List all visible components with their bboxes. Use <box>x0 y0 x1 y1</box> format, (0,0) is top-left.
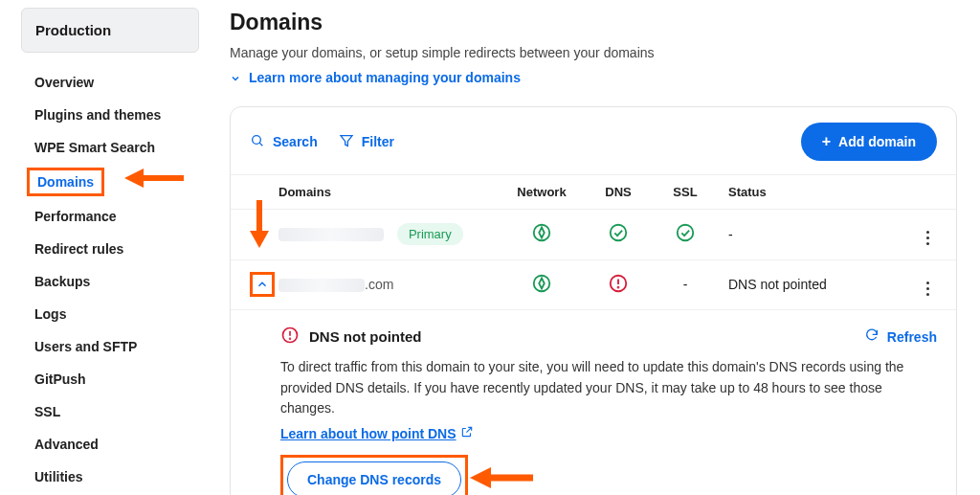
card-toolbar: Search Filter + Add domain <box>231 107 956 174</box>
sidebar-nav: Overview Plugins and themes WPE Smart Se… <box>21 62 203 495</box>
network-ok-icon <box>531 222 552 243</box>
sidebar-item-label: Utilities <box>34 469 83 484</box>
domain-name-redacted <box>278 279 365 292</box>
search-icon <box>250 133 265 151</box>
sidebar-item-label: Overview <box>34 75 94 90</box>
dns-ok-icon <box>608 222 629 243</box>
sidebar-item-label: Performance <box>34 209 117 224</box>
domains-card: Search Filter + Add domain Domains Netwo… <box>230 106 957 495</box>
sidebar-item-users-sftp[interactable]: Users and SFTP <box>21 330 203 363</box>
row-menu-button[interactable] <box>918 279 937 298</box>
domain-suffix: .com <box>365 277 393 292</box>
annotation-highlight: Change DNS records <box>280 455 468 495</box>
search-button[interactable]: Search <box>250 133 318 151</box>
refresh-icon <box>864 327 880 346</box>
plus-icon: + <box>822 134 831 149</box>
svg-line-17 <box>466 427 471 432</box>
annotation-highlight: Domains <box>27 168 104 196</box>
annotation-arrow-icon <box>470 465 533 490</box>
add-domain-button[interactable]: + Add domain <box>801 123 937 161</box>
alert-icon <box>280 326 300 348</box>
sidebar-item-label: Advanced <box>34 437 99 452</box>
main-content: Domains Manage your domains, or setup si… <box>203 0 980 495</box>
sidebar-item-label: SSL <box>34 404 60 419</box>
sidebar-item-gitpush[interactable]: GitPush <box>21 363 203 395</box>
sidebar-item-label: GitPush <box>34 371 86 387</box>
sidebar-item-performance[interactable]: Performance <box>21 200 203 233</box>
sidebar-item-label: Domains <box>37 174 94 190</box>
refresh-label: Refresh <box>887 329 937 345</box>
learn-dns-link[interactable]: Learn about how point DNS <box>280 425 474 441</box>
external-link-icon <box>460 425 474 441</box>
svg-point-16 <box>290 338 291 339</box>
table-row: .com - DNS not pointed <box>231 260 956 311</box>
sidebar-item-backups[interactable]: Backups <box>21 265 203 298</box>
row-menu-button[interactable] <box>918 229 937 248</box>
svg-marker-1 <box>124 169 144 188</box>
refresh-button[interactable]: Refresh <box>864 327 937 346</box>
expand-row-button[interactable] <box>250 272 275 297</box>
domain-name-redacted <box>278 228 384 241</box>
sidebar-item-label: WPE Smart Search <box>34 140 155 155</box>
sidebar-item-label: Backups <box>34 274 90 289</box>
status-cell: DNS not pointed <box>719 277 908 292</box>
sidebar-header: Production <box>21 8 199 53</box>
change-dns-button[interactable]: Change DNS records <box>287 461 461 495</box>
col-header-status: Status <box>719 185 908 199</box>
sidebar-item-label: Logs <box>34 306 66 322</box>
svg-marker-19 <box>470 467 491 488</box>
sidebar-item-utilities[interactable]: Utilities <box>21 461 203 493</box>
sidebar: Production Overview Plugins and themes W… <box>0 0 203 495</box>
sidebar-item-domains[interactable]: Domains <box>21 164 203 200</box>
table-header: Domains Network DNS SSL Status <box>231 174 956 210</box>
col-header-ssl: SSL <box>652 185 719 199</box>
add-domain-label: Add domain <box>838 134 916 149</box>
sidebar-item-label: Redirect rules <box>34 241 123 257</box>
change-dns-label: Change DNS records <box>307 472 441 487</box>
svg-marker-4 <box>341 135 352 146</box>
filter-label: Filter <box>362 134 394 149</box>
sidebar-item-plugins[interactable]: Plugins and themes <box>21 99 203 131</box>
filter-button[interactable]: Filter <box>339 133 394 151</box>
col-header-network: Network <box>499 185 585 199</box>
page-title: Domains <box>230 10 957 35</box>
col-header-dns: DNS <box>585 185 652 199</box>
svg-point-13 <box>618 286 619 287</box>
dns-panel: DNS not pointed Refresh To direct traffi… <box>231 310 956 495</box>
search-label: Search <box>273 134 318 149</box>
panel-body-text: To direct traffic from this domain to yo… <box>280 357 937 419</box>
sidebar-item-overview[interactable]: Overview <box>21 66 203 99</box>
table-row: Primary - <box>231 210 956 260</box>
svg-point-2 <box>253 135 261 144</box>
annotation-arrow-icon <box>124 167 184 190</box>
sidebar-item-ssl[interactable]: SSL <box>21 395 203 428</box>
learn-dns-label: Learn about how point DNS <box>280 426 457 441</box>
svg-point-6 <box>611 225 627 241</box>
page-subtitle: Manage your domains, or setup simple red… <box>230 45 957 60</box>
sidebar-item-smart-search[interactable]: WPE Smart Search <box>21 131 203 164</box>
dns-warn-icon <box>608 273 629 294</box>
chevron-down-icon <box>230 72 241 83</box>
sidebar-item-redirect-rules[interactable]: Redirect rules <box>21 233 203 265</box>
primary-badge: Primary <box>397 223 463 245</box>
svg-line-3 <box>259 143 262 146</box>
sidebar-item-label: Users and SFTP <box>34 339 137 354</box>
ssl-ok-icon <box>675 222 696 243</box>
col-header-domains: Domains <box>278 185 499 199</box>
learn-more-link[interactable]: Learn more about managing your domains <box>230 70 957 85</box>
sidebar-item-logs[interactable]: Logs <box>21 298 203 330</box>
filter-icon <box>339 133 354 151</box>
learn-more-label: Learn more about managing your domains <box>249 70 521 85</box>
status-cell: - <box>719 227 908 242</box>
svg-marker-9 <box>250 231 269 248</box>
sidebar-item-label: Plugins and themes <box>34 107 161 123</box>
svg-point-7 <box>678 225 694 241</box>
network-ok-icon <box>531 273 552 294</box>
panel-title: DNS not pointed <box>309 328 421 345</box>
sidebar-item-advanced[interactable]: Advanced <box>21 428 203 461</box>
ssl-cell: - <box>652 277 719 292</box>
